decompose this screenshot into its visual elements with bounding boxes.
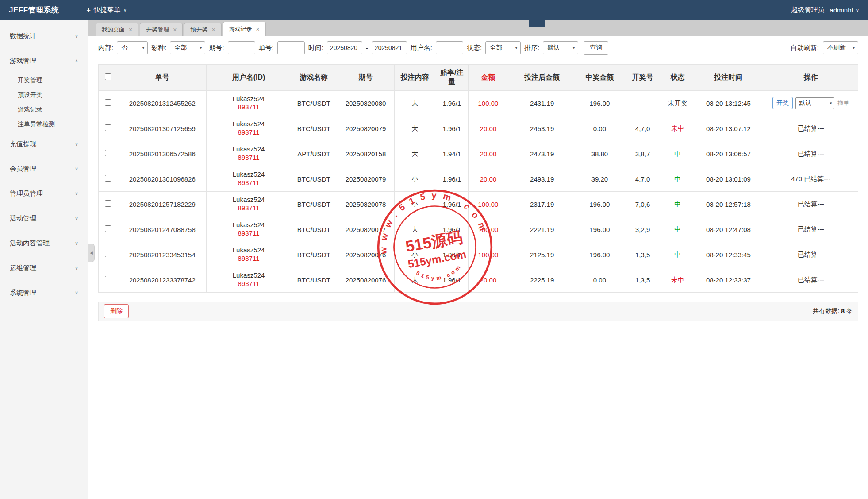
bet-time: 08-20 13:06:57 bbox=[693, 141, 764, 166]
chevron-down-icon: ▾ bbox=[573, 46, 575, 50]
sidebar-subitem-draw-management[interactable]: 开奖管理 bbox=[0, 73, 88, 88]
chevron-down-icon: ▾ bbox=[200, 46, 202, 50]
tab-label: 预开奖 bbox=[190, 26, 207, 34]
column-header: 操作 bbox=[764, 65, 858, 91]
bet-amount: 100.00 bbox=[469, 242, 508, 267]
sidebar-item-activity-content-management[interactable]: 活动内容管理∨ bbox=[0, 231, 88, 255]
close-icon[interactable]: × bbox=[129, 27, 132, 33]
close-icon[interactable]: × bbox=[256, 26, 260, 32]
filter-username-label: 用户名: bbox=[411, 44, 432, 52]
sidebar-item-label: 运维管理 bbox=[10, 264, 36, 272]
row-checkbox[interactable] bbox=[105, 175, 111, 182]
sidebar-subitem-game-records[interactable]: 游戏记录 bbox=[0, 102, 88, 117]
sort-select[interactable]: 默认 ▾ bbox=[543, 41, 578, 54]
row-checkbox[interactable] bbox=[105, 225, 111, 232]
bet-time: 08-20 12:33:45 bbox=[693, 242, 764, 267]
time-to-input[interactable] bbox=[372, 41, 407, 54]
sidebar-subitem-preset-draw[interactable]: 预设开奖 bbox=[0, 88, 88, 102]
select-all-checkbox[interactable] bbox=[105, 73, 111, 80]
filter-order-label: 单号: bbox=[259, 44, 274, 52]
time-from-input[interactable] bbox=[327, 41, 362, 54]
sort-select-value: 默认 bbox=[547, 44, 560, 52]
bet-amount: 100.00 bbox=[469, 217, 508, 242]
status-label: 中 bbox=[662, 192, 693, 217]
sidebar-subitem-abnormal-bet-detection[interactable]: 注单异常检测 bbox=[0, 117, 88, 132]
row-checkbox[interactable] bbox=[105, 200, 111, 207]
win-amount: 39.20 bbox=[576, 166, 623, 192]
row-checkbox[interactable] bbox=[105, 150, 111, 156]
action-select[interactable]: 默认▾ bbox=[795, 97, 834, 109]
order-number: 202508201301096826 bbox=[118, 166, 207, 192]
tab-my-desktop[interactable]: 我的桌面× bbox=[96, 23, 138, 36]
bet-content: 大 bbox=[395, 217, 435, 242]
filter-bar: 内部: 否 ▾ 彩种: 全部 ▾ 期号: 单号: 时间: - 用户名: 状态: … bbox=[88, 36, 868, 60]
tabs-container: 我的桌面×开奖管理×预开奖×游戏记录× bbox=[96, 22, 267, 36]
row-checkbox[interactable] bbox=[105, 99, 111, 106]
sidebar-item-game-management[interactable]: 游戏管理∧ bbox=[0, 48, 88, 73]
auto-refresh-select[interactable]: 不刷新 ▾ bbox=[823, 41, 858, 54]
tab-draw-management[interactable]: 开奖管理× bbox=[140, 23, 183, 36]
column-header: 期号 bbox=[337, 65, 394, 91]
settlement-status: 已结算--- bbox=[798, 276, 824, 283]
select-all-header bbox=[99, 65, 118, 91]
total-value: 8 bbox=[841, 308, 845, 315]
status-label: 中 bbox=[662, 242, 693, 267]
username: Lukasz524 bbox=[208, 221, 288, 229]
quick-menu-button[interactable]: + 快捷菜单 ∨ bbox=[87, 6, 127, 14]
issue-input[interactable] bbox=[228, 41, 255, 54]
row-checkbox[interactable] bbox=[105, 276, 111, 282]
action-cell: 已结算--- bbox=[764, 242, 858, 267]
sidebar-item-ops-management[interactable]: 运维管理∨ bbox=[0, 255, 88, 280]
sidebar-item-data-statistics[interactable]: 数据统计∨ bbox=[0, 23, 88, 48]
order-input[interactable] bbox=[277, 41, 305, 54]
bet-time: 08-20 12:47:08 bbox=[693, 217, 764, 242]
sidebar-item-activity-management[interactable]: 活动管理∨ bbox=[0, 206, 88, 231]
draw-number: 4,7,0 bbox=[623, 116, 662, 141]
sidebar-item-member-management[interactable]: 会员管理∨ bbox=[0, 156, 88, 181]
column-header: 游戏名称 bbox=[291, 65, 337, 91]
lottery-select[interactable]: 全部 ▾ bbox=[170, 41, 205, 54]
bet-content: 小 bbox=[395, 166, 435, 192]
row-checkbox[interactable] bbox=[105, 251, 111, 257]
action-cell: 已结算--- bbox=[764, 192, 858, 217]
close-icon[interactable]: × bbox=[173, 27, 177, 33]
search-button[interactable]: 查询 bbox=[584, 41, 608, 55]
sidebar-item-system-management[interactable]: 系统管理∨ bbox=[0, 280, 88, 305]
filter-status-label: 状态: bbox=[467, 44, 482, 52]
tab-game-records[interactable]: 游戏记录× bbox=[223, 22, 266, 36]
draw-number bbox=[623, 91, 662, 116]
close-icon[interactable]: × bbox=[211, 27, 215, 33]
user-menu-button[interactable]: adminht ∨ bbox=[830, 6, 859, 14]
internal-select[interactable]: 否 ▾ bbox=[117, 41, 148, 54]
records-table: 单号用户名(ID)游戏名称期号投注内容赔率/注量金额投注后金额中奖金额开奖号状态… bbox=[98, 64, 858, 293]
action-cell: 已结算--- bbox=[764, 217, 858, 242]
balance-after: 2221.19 bbox=[508, 217, 576, 242]
order-number: 202508201307125659 bbox=[118, 116, 207, 141]
sidebar-item-label: 系统管理 bbox=[10, 289, 36, 297]
bet-content: 小 bbox=[395, 192, 435, 217]
chevron-down-icon: ▾ bbox=[142, 46, 145, 50]
layout: 数据统计∨游戏管理∧开奖管理预设开奖游戏记录注单异常检测充值提现∨会员管理∨管理… bbox=[0, 20, 868, 499]
user-cell: Lukasz524893711 bbox=[207, 217, 291, 242]
order-number: 202508201247088758 bbox=[118, 217, 207, 242]
action-cell: 已结算--- bbox=[764, 141, 858, 166]
filter-internal-label: 内部: bbox=[98, 44, 113, 52]
delete-button[interactable]: 删除 bbox=[104, 304, 129, 318]
sidebar-item-admin-management[interactable]: 管理员管理∨ bbox=[0, 181, 88, 206]
odds-stake: 1.96/1 bbox=[435, 192, 469, 217]
username: Lukasz524 bbox=[208, 95, 288, 103]
row-checkbox[interactable] bbox=[105, 124, 111, 131]
issue-number: 20250820078 bbox=[337, 192, 394, 217]
odds-stake: 1.96/1 bbox=[435, 91, 469, 116]
sidebar-collapse-handle[interactable]: ◀ bbox=[88, 244, 95, 262]
table-area: 单号用户名(ID)游戏名称期号投注内容赔率/注量金额投注后金额中奖金额开奖号状态… bbox=[88, 60, 868, 293]
time-separator: - bbox=[366, 44, 368, 52]
settlement-status: 已结算--- bbox=[798, 225, 824, 233]
draw-button[interactable]: 开奖 bbox=[772, 97, 793, 109]
draw-number: 7,0,6 bbox=[623, 192, 662, 217]
status-select[interactable]: 全部 ▾ bbox=[485, 41, 521, 54]
cancel-order-link[interactable]: 撤单 bbox=[837, 100, 849, 106]
username-input[interactable] bbox=[436, 41, 463, 54]
sidebar-item-recharge-withdraw[interactable]: 充值提现∨ bbox=[0, 132, 88, 156]
tab-pre-draw[interactable]: 预开奖× bbox=[184, 23, 221, 36]
